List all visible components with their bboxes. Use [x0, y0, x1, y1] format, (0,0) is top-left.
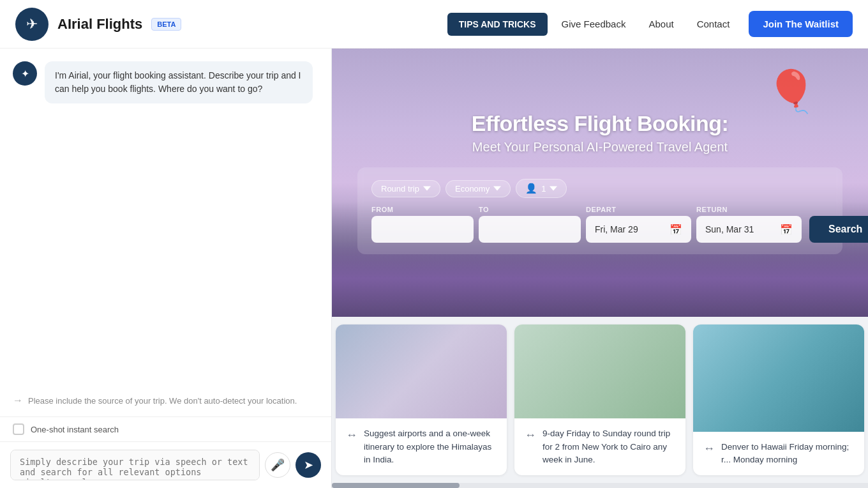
card-image-2 [514, 324, 685, 418]
card-body-3: ↔ Denver to Hawaii Friday morning; r... … [693, 432, 864, 476]
mic-button[interactable]: 🎤 [265, 452, 290, 478]
chat-panel: ✦ I'm Airial, your flight booking assist… [0, 49, 332, 488]
suggestion-card-1[interactable]: ↔ Suggest airports and a one-week itiner… [336, 324, 507, 475]
from-field-group: From [371, 206, 474, 243]
trip-type-dropdown[interactable]: Round trip [371, 180, 440, 197]
hero-title: Effortless Flight Booking: Meet Your Per… [472, 111, 729, 155]
to-label: To [479, 206, 581, 213]
bottom-scrollbar[interactable] [332, 483, 868, 488]
depart-field-group: Depart Fri, Mar 29 📅 [586, 206, 691, 243]
beta-badge: BETA [151, 18, 181, 31]
card-text-3: Denver to Hawaii Friday morning; r... Mo… [721, 441, 854, 467]
return-date-value: Sun, Mar 31 [705, 224, 754, 234]
hero-title-line1: Effortless Flight Booking: [472, 111, 729, 136]
chat-message-text: I'm Airial, your flight booking assistan… [55, 70, 301, 94]
card-text-2: 9-day Friday to Sunday round trip for 2 … [542, 427, 675, 466]
card-body-1: ↔ Suggest airports and a one-week itiner… [336, 418, 507, 475]
oneshot-checkbox[interactable] [13, 423, 24, 435]
chevron-down-icon [423, 185, 431, 192]
send-button[interactable]: ➤ [296, 452, 321, 478]
depart-label: Depart [586, 206, 691, 213]
chevron-down-icon-2 [493, 185, 501, 192]
search-form: Round trip Economy 👤 1 From [357, 167, 842, 254]
contact-button[interactable]: Contact [688, 12, 739, 36]
card-image-3 [693, 324, 864, 432]
card-text-1: Suggest airports and a one-week itinerar… [364, 427, 497, 466]
arrow-icon: → [13, 395, 23, 406]
passengers-count: 1 [541, 184, 546, 194]
return-date-input[interactable]: Sun, Mar 31 📅 [696, 216, 802, 243]
card-arrow-icon-1: ↔ [346, 429, 357, 442]
return-field-group: Return Sun, Mar 31 📅 [696, 206, 802, 243]
to-input[interactable] [479, 216, 581, 243]
chat-bubble: I'm Airial, your flight booking assistan… [45, 61, 313, 103]
hero-section: 🎈 Effortless Flight Booking: Meet Your P… [332, 49, 868, 317]
calendar-icon: 📅 [670, 224, 682, 236]
hero-title-line2: Meet Your Personal AI-Powered Travel Age… [472, 140, 729, 155]
send-icon: ➤ [304, 458, 313, 472]
passengers-dropdown[interactable]: 👤 1 [516, 179, 567, 198]
chat-hint-text: Please include the source of your trip. … [28, 396, 297, 406]
waitlist-button[interactable]: Join The Waitlist [749, 11, 853, 37]
brand-name: AIrial Flights [57, 16, 142, 33]
about-button[interactable]: About [640, 12, 682, 36]
card-arrow-icon-2: ↔ [525, 429, 536, 442]
card-arrow-icon-3: ↔ [703, 442, 715, 455]
brand-section: ✈ AIrial Flights BETA [15, 8, 181, 41]
balloon-icon: 🎈 [766, 68, 817, 116]
chevron-down-icon-3 [550, 185, 557, 192]
return-label: Return [696, 206, 802, 213]
ai-avatar: ✦ [13, 61, 37, 86]
suggestion-card-3[interactable]: ↔ Denver to Hawaii Friday morning; r... … [693, 324, 864, 475]
cabin-class-dropdown[interactable]: Economy [445, 180, 511, 197]
nav-links: TIPS AND TRICKS Give Feedback About Cont… [447, 11, 853, 37]
logo-icon: ✈ [15, 8, 49, 41]
scrollbar-thumb[interactable] [332, 483, 460, 488]
trip-type-label: Round trip [381, 184, 419, 194]
main-layout: ✦ I'm Airial, your flight booking assist… [0, 49, 868, 488]
search-options: Round trip Economy 👤 1 [371, 179, 828, 198]
depart-date-value: Fri, Mar 29 [595, 224, 638, 234]
from-input[interactable] [371, 216, 474, 243]
tips-tricks-button[interactable]: TIPS AND TRICKS [447, 13, 548, 36]
person-icon: 👤 [525, 183, 537, 194]
search-button[interactable]: Search [809, 216, 868, 243]
from-label: From [371, 206, 474, 213]
feedback-button[interactable]: Give Feedback [553, 12, 635, 36]
search-fields: From To Depart Fri, Mar 29 📅 [371, 206, 828, 243]
chat-input[interactable] [10, 450, 260, 480]
oneshot-row[interactable]: One-shot instant search [0, 416, 331, 441]
mic-icon: 🎤 [271, 458, 285, 472]
chat-message: ✦ I'm Airial, your flight booking assist… [13, 61, 318, 103]
depart-date-input[interactable]: Fri, Mar 29 📅 [586, 216, 691, 243]
cards-section: ↔ Suggest airports and a one-week itiner… [332, 317, 868, 483]
right-panel: 🎈 Effortless Flight Booking: Meet Your P… [332, 49, 868, 488]
card-body-2: ↔ 9-day Friday to Sunday round trip for … [514, 418, 685, 475]
chat-messages: ✦ I'm Airial, your flight booking assist… [0, 49, 331, 392]
chat-input-bar: 🎤 ➤ [0, 441, 331, 488]
suggestion-card-2[interactable]: ↔ 9-day Friday to Sunday round trip for … [514, 324, 685, 475]
navbar: ✈ AIrial Flights BETA TIPS AND TRICKS Gi… [0, 0, 868, 49]
oneshot-label: One-shot instant search [31, 425, 119, 434]
calendar-icon-2: 📅 [780, 224, 793, 236]
to-field-group: To [479, 206, 581, 243]
card-image-1 [336, 324, 507, 418]
chat-hint-row: → Please include the source of your trip… [0, 392, 331, 416]
cabin-class-label: Economy [455, 184, 490, 194]
